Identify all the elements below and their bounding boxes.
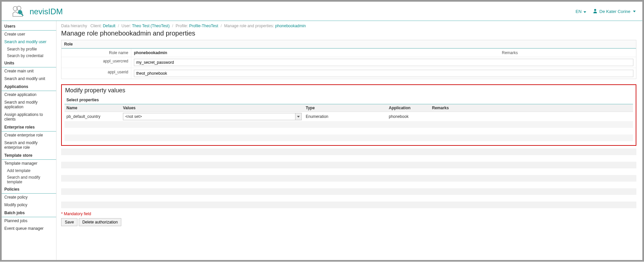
user-name: De Kater Corine — [599, 9, 630, 14]
breadcrumb-user-label: User: — [121, 24, 131, 28]
col-values: Values — [121, 104, 304, 112]
col-remarks: Remarks — [430, 104, 633, 112]
mandatory-text: Mandatory field — [64, 212, 91, 216]
prop-application: phonebook — [387, 112, 430, 122]
sidebar-link-add-template[interactable]: Add template — [2, 167, 56, 174]
sidebar-link-create-main-unit[interactable]: Create main unit — [2, 67, 56, 75]
chevron-down-icon — [295, 113, 302, 120]
sidebar-link-create-user[interactable]: Create user — [2, 31, 56, 38]
role-panel: Role Role name phonebookadmin Remarks ap… — [61, 40, 636, 79]
sidebar-link-event-queue[interactable]: Event queue manager — [2, 225, 56, 232]
prop-remarks — [430, 112, 633, 122]
sidebar-link-create-application[interactable]: Create application — [2, 91, 56, 99]
delete-authorization-button[interactable]: Delete authorization — [79, 218, 122, 226]
layout: Users Create user Search and modify user… — [2, 21, 642, 260]
appl-userid-input[interactable] — [134, 70, 633, 77]
stripe-area — [61, 148, 636, 208]
breadcrumb: Data hierarchy Client: Default / User: T… — [61, 24, 636, 28]
sidebar-link-search-by-profile[interactable]: Search by profile — [2, 46, 56, 52]
prop-value-select[interactable]: <not set> — [123, 113, 302, 120]
lang-label: EN — [576, 9, 582, 14]
breadcrumb-profile-link[interactable]: Profile-TheoTest — [189, 24, 218, 28]
brand[interactable]: nevisIDM — [11, 4, 63, 19]
main: Data hierarchy Client: Default / User: T… — [56, 21, 642, 260]
table-row — [64, 121, 633, 128]
sidebar-title-policies: Policies — [2, 185, 56, 194]
col-type: Type — [304, 104, 387, 112]
user-icon — [593, 9, 597, 14]
sidebar-title-template: Template store — [2, 151, 56, 160]
sidebar-link-search-enterprise-role[interactable]: Search and modify enterprise role — [2, 139, 56, 151]
table-row — [64, 134, 633, 141]
sidebar-link-search-modify-unit[interactable]: Search and modify unit — [2, 75, 56, 83]
modify-properties-section: Modify property values Select properties… — [61, 84, 636, 146]
sidebar: Users Create user Search and modify user… — [2, 21, 56, 260]
sidebar-link-create-enterprise-role[interactable]: Create enterprise role — [2, 132, 56, 139]
sidebar-link-modify-policy[interactable]: Modify policy — [2, 201, 56, 209]
breadcrumb-manage-link[interactable]: phonebookadmin — [275, 24, 306, 28]
logo-icon — [11, 4, 26, 19]
sidebar-link-search-modify-application[interactable]: Search and modify application — [2, 99, 56, 111]
properties-table: Name Values Type Application Remarks pb_… — [64, 104, 633, 141]
mandatory-note: * Mandatory field — [61, 212, 636, 216]
col-name: Name — [64, 104, 121, 112]
sidebar-link-search-by-credential[interactable]: Search by credential — [2, 52, 56, 59]
prop-type: Enumeration — [304, 112, 387, 122]
brand-title: nevisIDM — [30, 7, 63, 16]
breadcrumb-client-link[interactable]: Default — [103, 24, 115, 28]
sidebar-title-batch: Batch jobs — [2, 209, 56, 217]
breadcrumb-profile-label: Profile: — [175, 24, 188, 28]
breadcrumb-client-label: Client: — [90, 24, 102, 28]
role-panel-header: Role — [61, 40, 636, 48]
breadcrumb-root: Data hierarchy — [61, 24, 87, 28]
sidebar-link-search-modify-user[interactable]: Search and modify user — [2, 38, 56, 46]
appl-usercred-label: appl_usercred — [61, 57, 131, 68]
sidebar-link-search-template[interactable]: Search and modify template — [2, 174, 56, 185]
select-properties-header: Select properties — [64, 96, 633, 104]
remarks-label: Remarks — [384, 49, 636, 57]
role-name-value: phonebookadmin — [131, 49, 384, 57]
sidebar-title-enterprise: Enterprise roles — [2, 123, 56, 132]
appl-usercred-input[interactable] — [134, 59, 633, 66]
svg-rect-3 — [21, 13, 24, 16]
prop-value-display: <not set> — [123, 113, 295, 120]
prop-name: pb_default_country — [64, 112, 121, 122]
role-name-label: Role name — [61, 49, 131, 57]
button-row: Save Delete authorization — [61, 218, 636, 226]
sidebar-title-applications: Applications — [2, 83, 56, 91]
app-header: nevisIDM EN De Kater Corine — [2, 2, 642, 21]
chevron-down-icon — [633, 11, 636, 12]
sidebar-link-create-policy[interactable]: Create policy — [2, 194, 56, 201]
col-application: Application — [387, 104, 430, 112]
table-row — [64, 128, 633, 134]
breadcrumb-user-link[interactable]: Theo Test (TheoTest) — [132, 24, 169, 28]
modify-section-title: Modify property values — [64, 87, 633, 96]
sidebar-link-template-manager[interactable]: Template manager — [2, 160, 56, 167]
user-menu[interactable]: De Kater Corine — [593, 9, 636, 14]
breadcrumb-manage-label: Manage role and properties: — [224, 24, 274, 28]
sidebar-link-assign-applications[interactable]: Assign applications to clients — [2, 111, 56, 123]
sidebar-link-planned-jobs[interactable]: Planned jobs — [2, 217, 56, 225]
page-title: Manage role phonebookadmin and propertie… — [61, 30, 636, 37]
language-switcher[interactable]: EN — [576, 9, 586, 14]
appl-userid-label: appl_userid — [61, 68, 131, 79]
header-right: EN De Kater Corine — [576, 9, 636, 14]
save-button[interactable]: Save — [61, 218, 77, 226]
chevron-down-icon — [584, 11, 586, 13]
sidebar-title-units: Units — [2, 59, 56, 67]
table-row: pb_default_country <not set> Enumeration… — [64, 112, 633, 122]
sidebar-title-users: Users — [2, 22, 56, 31]
